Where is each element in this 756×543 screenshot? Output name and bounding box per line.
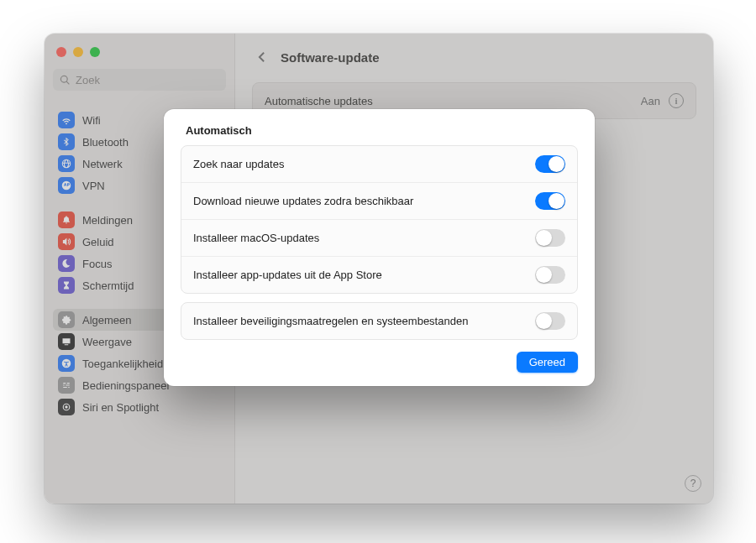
vpn-icon bbox=[58, 177, 75, 194]
sidebar-item-label: Schermtijd bbox=[82, 279, 134, 292]
sheet-actions: Gereed bbox=[181, 352, 578, 373]
display-icon bbox=[58, 333, 75, 350]
automatic-updates-sheet: Automatisch Zoek naar updatesDownload ni… bbox=[164, 109, 595, 386]
toggle-switch[interactable] bbox=[535, 266, 565, 284]
sidebar-item-label: Weergave bbox=[82, 336, 132, 348]
globe-icon bbox=[58, 155, 75, 172]
option-label: Installeer macOS-updates bbox=[193, 232, 319, 244]
sidebar-item-label: Geluid bbox=[82, 236, 114, 248]
option-label: Installeer app-updates uit de App Store bbox=[193, 269, 382, 281]
sound-icon bbox=[58, 233, 75, 250]
sidebar-item-label: Wifi bbox=[82, 114, 101, 127]
siri-icon bbox=[58, 399, 75, 415]
search-placeholder: Zoek bbox=[76, 74, 100, 86]
search-icon bbox=[60, 75, 71, 86]
sidebar-item-label: Bedieningspaneel bbox=[82, 379, 169, 392]
info-icon[interactable]: i bbox=[669, 93, 684, 108]
sliders-icon bbox=[58, 377, 75, 394]
option-label: Download nieuwe updates zodra beschikbaa… bbox=[193, 195, 413, 207]
option-row: Installeer app-updates uit de App Store bbox=[181, 256, 577, 293]
window-controls bbox=[53, 44, 226, 69]
toggle-switch[interactable] bbox=[535, 155, 565, 173]
sidebar-item-label: Meldingen bbox=[82, 214, 133, 227]
toggle-switch[interactable] bbox=[535, 229, 565, 247]
sidebar-item-label: VPN bbox=[82, 180, 105, 192]
done-button[interactable]: Gereed bbox=[517, 352, 578, 373]
auto-updates-label: Automatische updates bbox=[265, 95, 373, 107]
auto-updates-value: Aan bbox=[641, 95, 660, 107]
bell-icon bbox=[58, 211, 75, 228]
close-icon[interactable] bbox=[56, 47, 66, 57]
option-row: Download nieuwe updates zodra beschikbaa… bbox=[181, 182, 577, 219]
options-group-secondary: Installeer beveiligingsmaatregelen en sy… bbox=[181, 302, 578, 340]
option-row: Zoek naar updates bbox=[181, 146, 577, 182]
toggle-switch[interactable] bbox=[535, 192, 565, 210]
maximize-icon[interactable] bbox=[90, 47, 100, 57]
sidebar-item-label: Toegankelijkheid bbox=[82, 358, 163, 370]
sidebar-item-siri-en-spotlight[interactable]: Siri en Spotlight bbox=[53, 396, 226, 418]
sidebar-item-label: Focus bbox=[82, 258, 112, 270]
access-icon bbox=[58, 355, 75, 372]
sidebar-item-label: Netwerk bbox=[82, 158, 123, 170]
page-title: Software-update bbox=[281, 50, 380, 65]
minimize-icon[interactable] bbox=[73, 47, 83, 57]
toggle-switch[interactable] bbox=[535, 312, 565, 330]
wifi-icon bbox=[58, 112, 75, 128]
search-input[interactable]: Zoek bbox=[53, 69, 226, 91]
sheet-title: Automatisch bbox=[186, 124, 578, 137]
option-label: Installeer beveiligingsmaatregelen en sy… bbox=[193, 315, 468, 327]
bluetooth-icon bbox=[58, 133, 75, 150]
gear-icon bbox=[58, 311, 75, 328]
sidebar-item-label: Algemeen bbox=[82, 314, 132, 326]
option-row: Installeer macOS-updates bbox=[181, 219, 577, 256]
back-button[interactable] bbox=[252, 48, 270, 66]
chevron-left-icon bbox=[257, 51, 266, 63]
sidebar-item-label: Siri en Spotlight bbox=[82, 401, 159, 414]
help-button[interactable]: ? bbox=[685, 475, 701, 492]
svg-point-1 bbox=[65, 405, 67, 408]
options-group-primary: Zoek naar updatesDownload nieuwe updates… bbox=[181, 145, 578, 294]
moon-icon bbox=[58, 255, 75, 272]
content-header: Software-update bbox=[252, 45, 696, 69]
hourglass-icon bbox=[58, 277, 75, 294]
option-label: Zoek naar updates bbox=[193, 158, 284, 170]
option-row: Installeer beveiligingsmaatregelen en sy… bbox=[181, 303, 577, 339]
sidebar-item-label: Bluetooth bbox=[82, 136, 129, 149]
